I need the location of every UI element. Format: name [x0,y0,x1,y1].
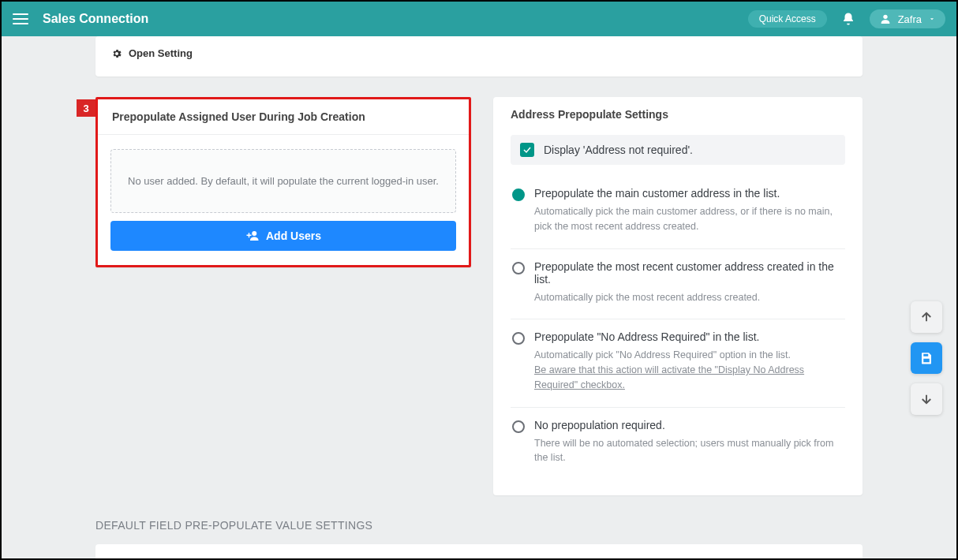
radio-none[interactable] [512,420,525,433]
open-setting-button[interactable]: Open Setting [111,47,847,59]
radio-no-address-warn: Be aware that this action will activate … [534,364,804,390]
display-address-checkbox[interactable] [520,143,534,157]
user-icon [879,13,892,25]
address-option-main: Prepopulate the main customer address in… [511,176,845,249]
add-users-label: Add Users [266,230,321,242]
radio-main-title: Prepopulate the main customer address in… [534,187,845,200]
menu-icon[interactable] [13,13,28,24]
settings-top-card: Open Setting [95,36,863,77]
save-button[interactable] [911,342,942,374]
display-address-label: Display 'Address not required'. [544,144,693,156]
radio-main-address[interactable] [512,189,525,201]
no-user-placeholder: No user added. By default, it will popul… [110,149,456,213]
radio-recent-title: Prepopulate the most recent customer add… [534,260,845,286]
radio-main-desc: Automatically pick the main customer add… [534,204,845,234]
user-name: Zafra [898,13,922,25]
address-option-none: No prepopulation required. There will be… [511,408,845,480]
save-icon [919,351,934,365]
radio-none-desc: There will be no automated selection; us… [534,436,845,466]
topbar: Sales Connection Quick Access Zafra [2,2,956,36]
open-setting-label: Open Setting [129,47,193,59]
radio-no-address-desc: Automatically pick "No Address Required"… [534,349,791,360]
user-menu[interactable]: Zafra [870,9,945,28]
radio-no-address[interactable] [512,332,525,345]
radio-recent-desc: Automatically pick the most recent addre… [534,290,845,305]
scroll-up-button[interactable] [911,301,942,333]
svg-point-0 [883,15,887,19]
address-prepopulate-card: Address Prepopulate Settings Display 'Ad… [493,97,863,495]
radio-no-address-title: Prepopulate "No Address Required" in the… [534,330,845,343]
default-field-section-title: DEFAULT FIELD PRE-POPULATE VALUE SETTING… [95,519,863,532]
radio-recent-address[interactable] [512,262,525,274]
floating-actions [911,301,942,415]
scroll-down-button[interactable] [911,383,942,415]
radio-none-title: No prepopulation required. [534,419,845,431]
address-option-no-address: Prepopulate "No Address Required" in the… [511,319,845,407]
brand-title: Sales Connection [43,12,148,26]
arrow-down-icon [919,392,934,406]
add-user-icon [245,229,260,243]
address-option-recent: Prepopulate the most recent customer add… [511,249,845,320]
add-users-button[interactable]: Add Users [110,221,456,251]
svg-point-1 [252,231,256,236]
prepopulate-user-card: Prepopulate Assigned User During Job Cre… [95,97,471,267]
gear-icon [111,48,122,59]
address-prepopulate-title: Address Prepopulate Settings [493,97,863,132]
notifications-icon[interactable] [841,12,855,26]
page-body: Open Setting 3 Prepopulate Assigned User… [2,36,956,558]
check-icon [522,145,532,155]
quick-access-button[interactable]: Quick Access [748,10,827,28]
chevron-down-icon [928,15,936,23]
default-field-card [95,544,863,558]
display-address-not-required-row: Display 'Address not required'. [511,135,845,165]
prepopulate-user-title: Prepopulate Assigned User During Job Cre… [98,99,469,135]
arrow-up-icon [919,310,934,324]
step-badge: 3 [77,99,95,117]
